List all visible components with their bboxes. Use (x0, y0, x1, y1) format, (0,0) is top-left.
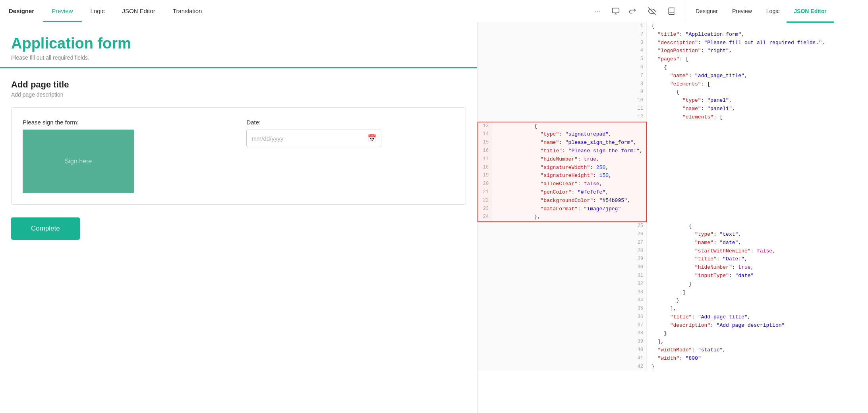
json-line: 13 { (478, 122, 646, 131)
json-line: 9 { (477, 88, 868, 97)
left-nav: Designer Preview Logic JSON Editor Trans… (0, 0, 685, 22)
json-line: 10 "type": "panel", (477, 97, 868, 105)
json-line: 19 "signatureHeight": 150, (478, 172, 646, 180)
signature-pad[interactable]: Sign here (23, 130, 134, 193)
json-line: 20 "allowClear": false, (478, 180, 646, 188)
json-lines: 1{2 "title": "Application form",3 "descr… (477, 22, 868, 371)
nav-icon-group: ··· (585, 0, 685, 22)
json-line: 1{ (477, 22, 868, 31)
json-line: 36 "title": "Add page title", (477, 313, 868, 322)
tab-logic[interactable]: Logic (82, 0, 114, 22)
json-line: 23 "dataFormat": "image/jpeg" (478, 205, 646, 213)
form-row: Please sign the form: Sign here Date: mm… (23, 119, 454, 193)
desktop-icon (612, 7, 620, 15)
json-line: 31 "inputType": "date" (477, 272, 868, 280)
form-title: Application form (11, 35, 466, 52)
right-tab-logic[interactable]: Logic (759, 1, 787, 23)
json-line: 14 "type": "signaturepad", (478, 130, 646, 139)
eye-off-icon (648, 7, 656, 16)
complete-button[interactable]: Complete (11, 217, 80, 240)
json-line: 7 "name": "add_page_title", (477, 72, 868, 80)
json-line: 15 "name": "please_sign_the_form", (478, 139, 646, 147)
date-input-wrapper[interactable]: mm/dd/yyyy 📅 (246, 130, 381, 147)
tab-designer[interactable]: Designer (0, 0, 43, 22)
json-line: 22 "backgroundColor": "#54b095", (478, 197, 646, 205)
top-navigation: Designer Preview Logic JSON Editor Trans… (0, 0, 868, 22)
json-line: 12 "elements": [ (477, 113, 868, 122)
redo-icon (628, 7, 636, 15)
json-line: 26 "type": "text", (477, 231, 868, 239)
signature-label: Please sign the form: (23, 119, 230, 126)
right-nav: Designer Preview Logic JSON Editor (685, 0, 868, 22)
book-button[interactable] (664, 4, 679, 18)
page-section: Add page title Add page description (11, 79, 466, 98)
json-line: 39 ], (477, 338, 868, 346)
sign-here-text: Sign here (65, 158, 92, 165)
json-line: 5 "pages": [ (477, 55, 868, 64)
right-tab-preview[interactable]: Preview (725, 1, 759, 23)
json-line: 33 ] (477, 289, 868, 297)
signature-field: Please sign the form: Sign here (23, 119, 230, 193)
desktop-view-button[interactable] (609, 4, 623, 18)
date-field: Date: mm/dd/yyyy 📅 (246, 119, 454, 147)
form-description: Please fill out all required fields. (11, 54, 466, 61)
json-line: 27 "name": "date", (477, 239, 868, 247)
json-line: 8 "elements": [ (477, 80, 868, 89)
json-line: 6 { (477, 64, 868, 72)
json-line: 25 { (477, 222, 868, 231)
right-tab-group: Designer Preview Logic JSON Editor (685, 0, 868, 22)
json-line: 40 "widthMode": "static", (477, 346, 868, 355)
json-line: 42} (477, 363, 868, 371)
json-line: 32 } (477, 280, 868, 289)
json-line: 34 } (477, 297, 868, 305)
tab-translation[interactable]: Translation (164, 0, 211, 22)
json-line: 3 "description": "Please fill out all re… (477, 39, 868, 47)
json-line: 4 "logoPosition": "right", (477, 47, 868, 55)
form-card: Please sign the form: Sign here Date: mm… (11, 107, 466, 205)
json-line: 2 "title": "Application form", (477, 31, 868, 39)
form-body: Add page title Add page description Plea… (0, 68, 477, 251)
date-label: Date: (246, 119, 454, 126)
tab-json-editor[interactable]: JSON Editor (113, 0, 164, 22)
eye-off-button[interactable] (645, 4, 659, 18)
more-options-button[interactable]: ··· (591, 7, 603, 15)
preview-panel: Application form Please fill out all req… (0, 22, 477, 413)
json-line: 18 "signatureWidth": 250, (478, 164, 646, 172)
json-line: 16 "title": "Please sign the form:", (478, 147, 646, 155)
json-line: 24 }, (478, 213, 646, 221)
json-line: 11 "name": "panel1", (477, 105, 868, 113)
svg-rect-0 (613, 8, 619, 13)
json-line: 29 "title": "Date:", (477, 255, 868, 264)
json-line: 17 "hideNumber": true, (478, 155, 646, 164)
page-description: Add page description (11, 91, 466, 98)
json-line: 35 ], (477, 305, 868, 313)
page-title: Add page title (11, 79, 466, 90)
json-line: 28 "startWithNewLine": false, (477, 247, 868, 256)
main-content: Application form Please fill out all req… (0, 22, 868, 413)
json-editor[interactable]: 1{2 "title": "Application form",3 "descr… (477, 22, 868, 413)
right-tab-json-editor[interactable]: JSON Editor (787, 1, 833, 23)
json-line: 37 "description": "Add page description" (477, 322, 868, 330)
json-editor-panel: 1{2 "title": "Application form",3 "descr… (477, 22, 868, 413)
json-line: 30 "hideNumber": true, (477, 264, 868, 272)
json-line: 38 } (477, 330, 868, 338)
right-tab-designer[interactable]: Designer (688, 1, 725, 23)
date-placeholder: mm/dd/yyyy (251, 135, 283, 142)
calendar-icon: 📅 (367, 134, 376, 143)
json-line: 41 "width": "800" (477, 355, 868, 363)
redo-button[interactable] (625, 4, 640, 18)
book-icon (667, 7, 675, 15)
form-header: Application form Please fill out all req… (0, 22, 477, 68)
json-line: 21 "penColor": "#fcfcfc", (478, 188, 646, 197)
tab-preview[interactable]: Preview (43, 0, 81, 22)
